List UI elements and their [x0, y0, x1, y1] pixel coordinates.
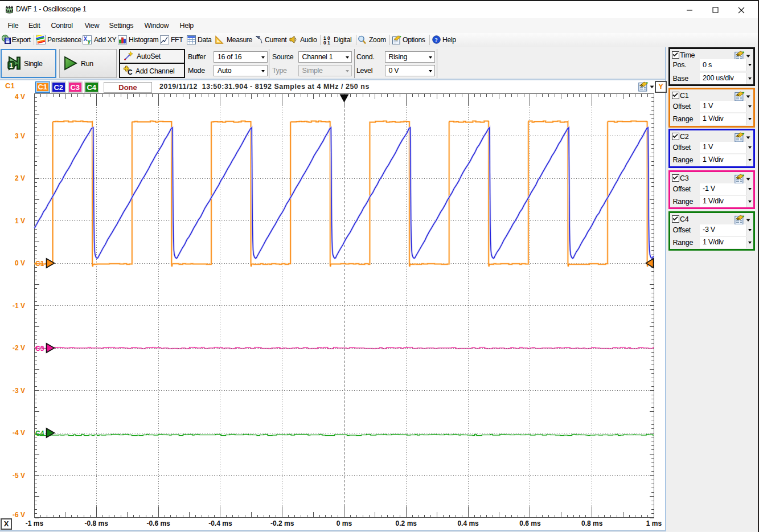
svg-text:C3: C3 — [35, 345, 44, 353]
svg-text:C1: C1 — [35, 260, 44, 268]
svg-text:C4: C4 — [35, 429, 44, 437]
